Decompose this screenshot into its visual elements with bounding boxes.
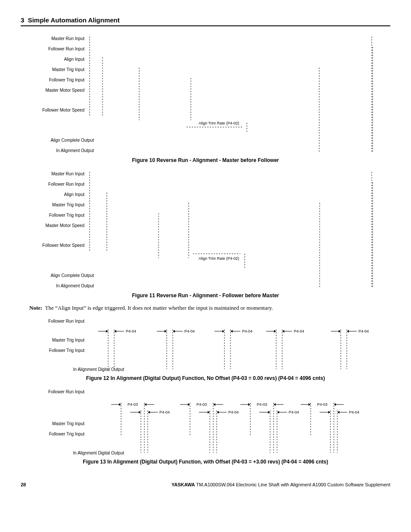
label-follower-run-input: Follower Run Input (48, 319, 84, 324)
svg-marker-99 (334, 403, 336, 406)
page-footer: 28 YASKAWA TM.A1000SW.064 Electronic Lin… (21, 482, 390, 487)
svg-marker-101 (328, 411, 330, 414)
svg-marker-96 (308, 403, 311, 406)
label-master-run-input: Master Run Input (51, 171, 84, 176)
svg-text:P4-04: P4-04 (358, 329, 369, 333)
svg-marker-47 (339, 330, 341, 333)
svg-marker-61 (148, 411, 150, 414)
svg-text:P4-04: P4-04 (126, 329, 136, 333)
svg-text:P4-04: P4-04 (184, 329, 195, 333)
label-master-trig-input: Master Trig Input (52, 202, 84, 207)
svg-marker-68 (188, 403, 190, 406)
figure-13: Follower Run Input Master Trig Input Fol… (21, 387, 390, 456)
label-master-trig-input: Master Trig Input (52, 67, 84, 72)
footer-brand: YASKAWA (171, 482, 195, 487)
svg-marker-89 (277, 411, 279, 414)
figure-10-caption: Figure 10 Reverse Run - Alignment - Mast… (21, 157, 390, 163)
label-in-alignment-output: In Alignment Output (56, 148, 94, 153)
section-heading: 3 Simple Automation Alignment (21, 16, 390, 26)
svg-marker-87 (268, 411, 270, 414)
svg-marker-75 (217, 411, 219, 414)
label-master-motor-speed: Master Motor Speed (45, 88, 84, 93)
section-number: 3 (21, 16, 24, 24)
svg-text:P4-03: P4-03 (317, 402, 327, 407)
svg-text:P4-04: P4-04 (159, 410, 170, 414)
label-follower-motor-speed: Follower Motor Speed (42, 243, 84, 248)
label-master-motor-speed: Master Motor Speed (45, 223, 84, 228)
svg-marker-28 (173, 330, 175, 333)
label-master-trig-input: Master Trig Input (52, 338, 84, 342)
label-in-alignment-output: In Alignment Output (56, 283, 94, 288)
figure-11-caption: Figure 11 Reverse Run - Alignment - Foll… (21, 292, 390, 299)
svg-marker-49 (347, 330, 349, 333)
figure-12-caption: Figure 12 In Alignment (Digital Output) … (21, 375, 390, 381)
label-master-run-input: Master Run Input (51, 36, 84, 41)
label-follower-trig-input: Follower Trig Input (49, 78, 84, 82)
svg-text:P4-04: P4-04 (228, 410, 239, 414)
svg-text:P4-04: P4-04 (349, 410, 359, 414)
svg-marker-54 (119, 403, 121, 406)
label-align-input: Align Input (64, 57, 84, 62)
label-follower-trig-input: Follower Trig Input (49, 432, 84, 436)
svg-marker-73 (208, 411, 210, 414)
svg-marker-42 (282, 330, 284, 333)
label-in-alignment-digital-output: In Alignment Digital Output (73, 451, 125, 455)
svg-marker-35 (230, 330, 233, 333)
svg-text:P4-04: P4-04 (294, 329, 304, 333)
label-align-complete-output: Align Complete Output (50, 273, 94, 278)
label-align-trim-rate: Align Trim Rate (P4-02) (199, 121, 239, 125)
page-number: 28 (21, 482, 26, 487)
svg-marker-33 (222, 330, 224, 333)
svg-marker-59 (139, 411, 141, 414)
label-follower-trig-input: Follower Trig Input (49, 213, 84, 218)
label-align-complete-output: Align Complete Output (50, 138, 94, 143)
figure-11: Master Run Input Follower Run Input Alig… (21, 169, 390, 290)
svg-marker-40 (274, 330, 276, 333)
label-follower-motor-speed: Follower Motor Speed (42, 108, 84, 112)
svg-marker-26 (165, 330, 167, 333)
figure-13-caption: Figure 13 In Alignment (Digital Output) … (21, 459, 390, 465)
label-in-alignment-digital-output: In Alignment Digital Output (73, 367, 125, 372)
note-label: Note: (29, 305, 42, 311)
section-title: Simple Automation Alignment (28, 16, 120, 24)
label-follower-run-input: Follower Run Input (48, 47, 84, 51)
footer-doc: TM.A1000SW.064 Electronic Line Shaft wit… (196, 482, 390, 487)
label-follower-run-input: Follower Run Input (48, 389, 84, 394)
label-follower-run-input: Follower Run Input (48, 182, 84, 187)
svg-text:P4-04: P4-04 (242, 329, 252, 333)
svg-marker-21 (114, 330, 116, 333)
label-align-input: Align Input (64, 192, 84, 197)
label-master-trig-input: Master Trig Input (52, 421, 84, 426)
svg-text:P4-03: P4-03 (196, 402, 207, 407)
note-text: The “Align Input” is edge triggered. It … (45, 305, 273, 311)
svg-marker-71 (213, 403, 215, 406)
svg-text:P4-03: P4-03 (128, 402, 138, 407)
svg-marker-57 (144, 403, 146, 406)
svg-text:P4-03: P4-03 (257, 402, 267, 407)
label-follower-trig-input: Follower Trig Input (49, 348, 84, 353)
figure-12: Follower Run Input Master Trig Input Fol… (21, 317, 390, 373)
figure-10: Master Run Input Follower Run Input Alig… (21, 34, 390, 155)
svg-text:P4-04: P4-04 (289, 410, 299, 414)
note: Note: The “Align Input” is edge triggere… (29, 305, 390, 311)
svg-marker-103 (337, 411, 339, 414)
svg-marker-19 (106, 330, 108, 333)
svg-marker-85 (274, 403, 276, 406)
label-align-trim-rate: Align Trim Rate (P4-02) (199, 256, 239, 261)
svg-marker-82 (248, 403, 250, 406)
